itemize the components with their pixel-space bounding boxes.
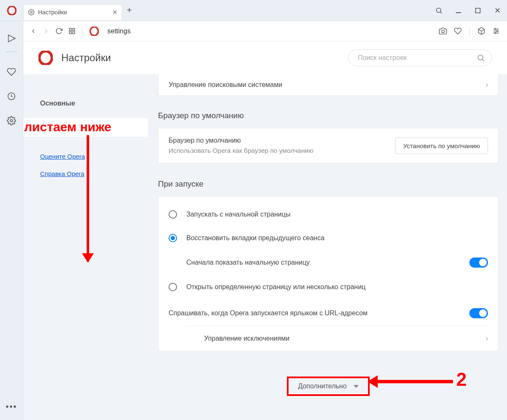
svg-point-19 bbox=[495, 28, 496, 30]
settings-gear-icon[interactable] bbox=[7, 116, 16, 125]
svg-rect-11 bbox=[69, 32, 71, 34]
tab-title: Настройки bbox=[38, 9, 67, 16]
opera-help-link[interactable]: Справка Opera bbox=[40, 170, 84, 177]
close-tab-button[interactable]: ✕ bbox=[112, 9, 117, 16]
option-label: Запускать с начальной страницы bbox=[186, 211, 290, 218]
svg-marker-6 bbox=[8, 35, 15, 42]
svg-line-3 bbox=[440, 12, 442, 14]
advanced-label: Дополнительно bbox=[298, 382, 346, 390]
settings-header: Настройки bbox=[23, 41, 507, 74]
snapshot-icon[interactable] bbox=[439, 27, 447, 35]
separator bbox=[82, 27, 83, 35]
play-icon[interactable] bbox=[6, 34, 16, 43]
history-icon[interactable] bbox=[7, 92, 16, 101]
manage-search-engines-row[interactable]: Управление поисковыми системами › bbox=[158, 74, 498, 95]
search-icon bbox=[477, 54, 485, 62]
svg-rect-12 bbox=[73, 32, 75, 34]
sidebar-item-basics[interactable]: Основные bbox=[40, 100, 148, 107]
easy-setup-icon[interactable] bbox=[492, 27, 500, 35]
default-browser-label: Браузер по умолчанию bbox=[169, 137, 313, 144]
left-rail: ••• bbox=[0, 21, 23, 420]
option-label: Спрашивать, когда Opera запускается ярлы… bbox=[169, 309, 368, 317]
svg-point-1 bbox=[30, 11, 32, 13]
heart-outline-icon[interactable] bbox=[454, 27, 462, 35]
set-default-button[interactable]: Установить по умолчанию bbox=[395, 138, 488, 154]
row-label: Управление исключениями bbox=[204, 335, 289, 342]
radio-unchecked-icon bbox=[169, 210, 177, 219]
svg-point-14 bbox=[442, 30, 444, 33]
rate-opera-link[interactable]: Оцените Opera bbox=[40, 153, 85, 160]
svg-point-20 bbox=[496, 30, 498, 31]
svg-point-2 bbox=[436, 8, 441, 13]
cube-icon[interactable] bbox=[477, 27, 485, 35]
speed-dial-icon[interactable] bbox=[68, 27, 76, 35]
annotation-arrow-left-icon bbox=[368, 380, 453, 383]
annotation-scroll-down: листаем ниже bbox=[23, 118, 148, 137]
startup-option-specific-pages[interactable]: Открыть определенную страницу или нескол… bbox=[169, 275, 488, 299]
row-label: Управление поисковыми системами bbox=[169, 81, 282, 89]
chevron-down-icon bbox=[354, 385, 359, 388]
section-default-browser-title: Браузер по умолчанию bbox=[158, 111, 499, 120]
settings-sidebar: Основные листаем ниже Оцените Opera Спра… bbox=[23, 74, 148, 420]
svg-rect-10 bbox=[73, 28, 75, 30]
address-bar: settings bbox=[23, 21, 507, 41]
toggle-on[interactable] bbox=[469, 308, 488, 318]
svg-point-23 bbox=[478, 55, 483, 60]
startup-option-startpage[interactable]: Запускать с начальной страницы bbox=[169, 203, 488, 226]
svg-rect-5 bbox=[476, 8, 480, 13]
chevron-right-icon: › bbox=[486, 335, 488, 342]
page-title: Настройки bbox=[61, 52, 111, 64]
opera-logo-icon bbox=[90, 27, 99, 36]
reload-button[interactable] bbox=[55, 27, 63, 35]
browser-tab[interactable]: Настройки ✕ bbox=[23, 4, 122, 20]
svg-point-0 bbox=[8, 6, 16, 15]
opera-logo-icon bbox=[0, 6, 23, 15]
search-engines-card: Управление поисковыми системами › bbox=[158, 74, 499, 96]
chevron-right-icon: › bbox=[486, 81, 488, 89]
more-icon[interactable]: ••• bbox=[5, 402, 17, 412]
annotation-step-2: 2 bbox=[456, 369, 466, 390]
annotation-arrow-down-icon bbox=[87, 135, 89, 262]
sub-option-label: Сначала показать начальную страницу bbox=[186, 259, 310, 266]
svg-point-13 bbox=[90, 27, 98, 35]
toggle-on[interactable] bbox=[469, 257, 488, 268]
new-tab-button[interactable]: + bbox=[122, 5, 136, 15]
minimize-button[interactable] bbox=[449, 0, 468, 21]
startup-card: Запускать с начальной страницы Восстанов… bbox=[158, 196, 499, 351]
default-browser-card: Браузер по умолчанию Использовать Opera … bbox=[158, 128, 499, 163]
ask-url-shortcut-row: Спрашивать, когда Opera запускается ярлы… bbox=[169, 299, 488, 326]
opera-logo-icon bbox=[38, 51, 53, 65]
radio-unchecked-icon bbox=[169, 283, 177, 291]
svg-point-21 bbox=[495, 32, 496, 33]
settings-panel: Управление поисковыми системами › Браузе… bbox=[148, 74, 507, 420]
back-button[interactable] bbox=[30, 28, 37, 35]
forward-button[interactable] bbox=[43, 28, 49, 35]
gear-icon bbox=[28, 9, 35, 16]
advanced-button[interactable]: Дополнительно bbox=[287, 377, 369, 396]
maximize-button[interactable] bbox=[468, 0, 488, 21]
svg-rect-9 bbox=[69, 28, 71, 30]
startup-option-restore[interactable]: Восстановить вкладки предыдущего сеанса bbox=[169, 226, 488, 250]
manage-exceptions-row[interactable]: Управление исключениями › bbox=[169, 326, 488, 351]
section-startup-title: При запуске bbox=[158, 179, 499, 189]
search-icon[interactable] bbox=[429, 0, 449, 21]
settings-search-input[interactable] bbox=[348, 49, 492, 66]
option-label: Открыть определенную страницу или нескол… bbox=[186, 283, 365, 291]
close-window-button[interactable]: ✕ bbox=[488, 0, 507, 21]
titlebar: Настройки ✕ + ✕ bbox=[0, 0, 507, 21]
svg-point-8 bbox=[10, 119, 13, 122]
default-browser-desc: Использовать Opera как браузер по умолча… bbox=[169, 147, 313, 154]
separator bbox=[469, 27, 470, 35]
option-label: Восстановить вкладки предыдущего сеанса bbox=[186, 234, 324, 242]
svg-point-22 bbox=[39, 51, 52, 65]
url-text[interactable]: settings bbox=[107, 27, 131, 35]
radio-checked-icon bbox=[169, 234, 177, 242]
startup-show-startpage-first: Сначала показать начальную страницу bbox=[169, 250, 488, 275]
heart-icon[interactable] bbox=[7, 67, 16, 76]
svg-line-24 bbox=[482, 59, 484, 61]
rail-divider bbox=[6, 51, 17, 52]
